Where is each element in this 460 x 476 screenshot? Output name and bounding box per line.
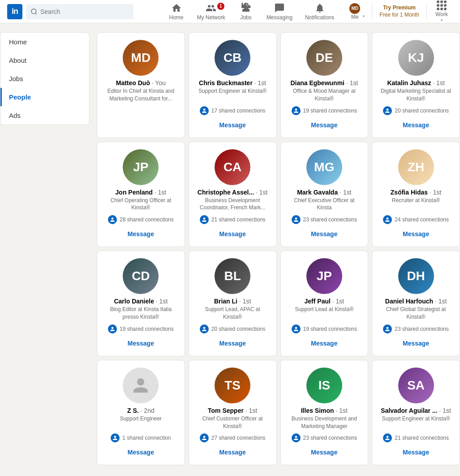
shared-count-text: 21 shared connections <box>395 435 449 441</box>
avatar: CB <box>215 40 250 76</box>
sidebar-item-people[interactable]: People <box>0 88 89 106</box>
person-name-text: Jon Penland <box>116 189 153 196</box>
person-degree: · 1st <box>245 407 257 414</box>
message-button[interactable]: Message <box>403 120 429 130</box>
person-name: Z S. · 2nd <box>127 407 155 414</box>
nav-me[interactable]: MD Me <box>341 0 368 23</box>
shared-avatar <box>383 433 392 442</box>
try-premium-button[interactable]: Try Premium Free for 1 Month <box>376 4 423 18</box>
person-card: SA Salvador Aguilar ... · 1st Support En… <box>372 360 460 466</box>
shared-avatar <box>200 433 209 442</box>
nav-notifications[interactable]: Notifications <box>300 0 340 23</box>
nav-messaging[interactable]: Messaging <box>261 0 298 23</box>
person-name-text: Brian Li <box>214 298 237 305</box>
nav-mynetwork[interactable]: 1 My Network <box>192 0 231 23</box>
message-button[interactable]: Message <box>219 338 246 349</box>
network-badge: 1 <box>217 3 224 10</box>
person-name: Chris Buckmaster · 1st <box>199 79 266 87</box>
person-title: Recruiter at Kinsta® <box>392 197 440 211</box>
shared-count-text: 21 shared connections <box>211 216 266 223</box>
person-name-text: Zsófia Hidas <box>391 189 428 196</box>
message-button[interactable]: Message <box>128 229 154 239</box>
message-button[interactable]: Message <box>311 229 337 239</box>
message-button[interactable]: Message <box>403 229 429 239</box>
shared-connections: 24 shared connections <box>383 215 449 224</box>
avatar: DH <box>398 258 434 294</box>
shared-avatar <box>292 106 301 115</box>
person-name: Diana Egbewunmi · 1st <box>290 79 358 87</box>
shared-connections: 19 shared connections <box>292 106 357 115</box>
avatar: ZH <box>398 149 434 185</box>
message-button[interactable]: Message <box>311 338 337 349</box>
person-title: Support Lead at Kinsta® <box>295 306 353 320</box>
shared-count-text: 27 shared connections <box>211 435 266 441</box>
person-name: Jon Penland · 1st <box>116 189 167 196</box>
person-card: MG Mark Gavalda · 1st Chief Executive Of… <box>280 142 369 247</box>
avatar: CD <box>123 258 159 294</box>
message-button[interactable]: Message <box>311 120 337 130</box>
try-premium-line2: Free for 1 Month <box>379 12 419 19</box>
message-button[interactable]: Message <box>128 447 154 458</box>
messaging-icon <box>274 3 285 13</box>
shared-count-text: 28 shared connections <box>120 216 174 223</box>
work-button[interactable]: Work <box>430 0 453 23</box>
network-icon <box>206 3 216 13</box>
person-card: KJ Katalin Juhasz · 1st Digital Marketin… <box>372 32 460 138</box>
nav-jobs[interactable]: Jobs <box>232 0 259 23</box>
person-title: Support Engineer <box>120 415 162 429</box>
shared-avatar <box>111 433 120 442</box>
message-button[interactable]: Message <box>403 338 429 349</box>
person-degree: · 1st <box>254 79 266 87</box>
shared-connections: 19 shared connections <box>108 325 174 333</box>
message-button[interactable]: Message <box>219 229 246 239</box>
person-name: Salvador Aguilar ... · 1st <box>381 407 451 414</box>
shared-count-text: 19 shared connections <box>303 326 357 332</box>
avatar: DE <box>306 40 342 76</box>
search-bar[interactable] <box>26 4 133 19</box>
nav-divider <box>372 4 372 20</box>
shared-connections: 19 shared connections <box>292 325 357 333</box>
person-title: Office & Mood Manager at Kinsta® <box>288 87 361 103</box>
avatar: KJ <box>398 40 434 76</box>
nav-notifications-label: Notifications <box>305 14 334 21</box>
top-navigation: in Home 1 My Network Jobs <box>0 0 460 23</box>
search-input[interactable] <box>40 8 129 15</box>
person-title: Business Development Coordinator, French… <box>196 197 269 212</box>
person-card: DH Daniel Harfouch · 1st Chief Global St… <box>372 251 460 356</box>
message-button[interactable]: Message <box>219 447 246 458</box>
shared-avatar <box>200 215 209 224</box>
sidebar-item-ads[interactable]: Ads <box>0 106 89 125</box>
nav-home[interactable]: Home <box>163 0 190 23</box>
shared-count-text: 20 shared connections <box>395 108 449 114</box>
message-button[interactable]: Message <box>128 338 154 349</box>
shared-avatar <box>383 106 392 115</box>
shared-connections: 21 shared connections <box>200 215 266 224</box>
person-name-text: Christophe Assel... <box>198 189 254 196</box>
person-name: Jeff Paul · 1st <box>305 298 344 305</box>
message-button[interactable]: Message <box>311 447 337 458</box>
person-card: ZH Zsófia Hidas · 1st Recruiter at Kinst… <box>372 142 460 247</box>
message-button[interactable]: Message <box>219 120 246 130</box>
linkedin-logo[interactable]: in <box>7 4 22 19</box>
person-name: Brian Li · 1st <box>214 298 251 305</box>
shared-connections: 17 shared connections <box>200 106 266 115</box>
avatar-placeholder <box>123 368 159 403</box>
shared-count-text: 1 shared connection <box>122 435 171 441</box>
person-card: JP Jeff Paul · 1st Support Lead at Kinst… <box>280 251 369 356</box>
shared-count-text: 20 shared connections <box>211 326 266 332</box>
main-content: MD Matteo Duò · You Editor In Chief at K… <box>97 32 460 465</box>
sidebar-item-about[interactable]: About <box>0 51 89 69</box>
message-button[interactable]: Message <box>403 447 429 458</box>
person-title: Chief Global Strategist at Kinsta® <box>379 306 452 321</box>
shared-connections: 20 shared connections <box>383 106 449 115</box>
person-card: BL Brian Li · 1st Support Lead, APAC at … <box>189 251 277 356</box>
person-title: Editor In Chief at Kinsta and Marketing … <box>104 87 177 103</box>
person-card: CB Chris Buckmaster · 1st Support Engine… <box>189 32 277 138</box>
sidebar-item-home[interactable]: Home <box>0 33 89 51</box>
shared-avatar <box>292 433 301 442</box>
sidebar-item-jobs[interactable]: Jobs <box>0 69 89 88</box>
person-name-text: Katalin Juhasz <box>387 79 431 87</box>
shared-count-text: 23 shared connections <box>303 216 357 223</box>
shared-count-text: 17 shared connections <box>211 108 266 114</box>
page-layout: Home About Jobs People Ads MD Matteo Duò… <box>0 23 460 474</box>
